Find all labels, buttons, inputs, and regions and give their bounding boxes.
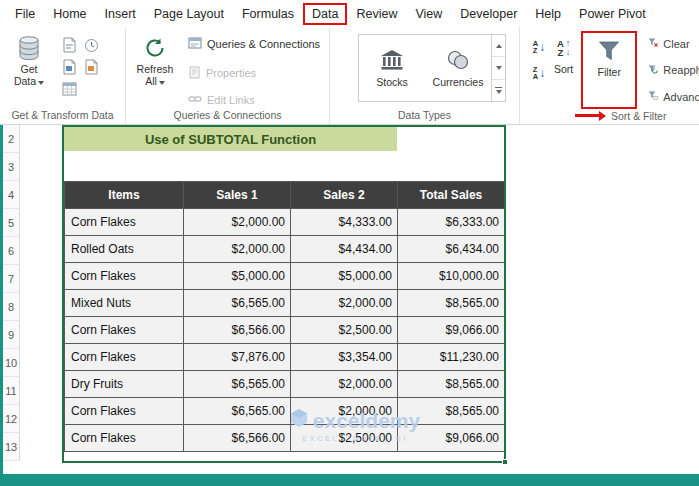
reapply-filter-button[interactable]: Reapply	[647, 64, 699, 77]
item-cell[interactable]: Dry Fruits	[65, 371, 184, 398]
value-cell[interactable]: $4,333.00	[291, 209, 398, 236]
dropdown-caret-icon	[159, 81, 165, 85]
row-header-2[interactable]: 2	[3, 125, 20, 153]
filter-button[interactable]: Filter	[584, 33, 634, 105]
column-header-sales-1[interactable]: Sales 1	[184, 182, 291, 209]
value-cell[interactable]: $5,000.00	[291, 263, 398, 290]
tab-home[interactable]: Home	[44, 3, 95, 25]
value-cell[interactable]: $3,354.00	[291, 344, 398, 371]
sort-button[interactable]: AZ ↑↓ Sort	[554, 30, 573, 104]
tab-file[interactable]: File	[6, 3, 44, 25]
gallery-more-button[interactable]	[492, 80, 505, 101]
sales-table-header-row: ItemsSales 1Sales 2Total Sales	[65, 182, 505, 209]
item-cell[interactable]: Mixed Nuts	[65, 290, 184, 317]
item-cell[interactable]: Corn Flakes	[65, 344, 184, 371]
group-label-get-transform: Get & Transform Data	[0, 106, 125, 124]
value-cell[interactable]: $5,000.00	[184, 263, 291, 290]
row-header-13[interactable]: 13	[3, 433, 20, 461]
value-cell[interactable]: $9,066.00	[398, 317, 505, 344]
stocks-label: Stocks	[376, 76, 408, 88]
gallery-scroll-down-button[interactable]	[492, 57, 505, 79]
dropdown-caret-icon	[38, 81, 44, 85]
from-web-icon[interactable]	[58, 56, 80, 78]
fill-handle[interactable]	[502, 459, 508, 465]
value-cell[interactable]: $6,434.00	[398, 236, 505, 263]
value-cell[interactable]: $9,066.00	[398, 425, 505, 452]
stocks-button[interactable]: Stocks	[359, 35, 425, 101]
row-header-4[interactable]: 4	[3, 181, 20, 209]
funnel-icon	[597, 36, 621, 66]
tab-data[interactable]: Data	[303, 3, 347, 25]
row-header-7[interactable]: 7	[3, 265, 20, 293]
column-header-sales-2[interactable]: Sales 2	[291, 182, 398, 209]
group-label-sort-filter: Sort & Filter	[520, 107, 699, 124]
value-cell[interactable]: $2,000.00	[291, 290, 398, 317]
from-table-range-icon[interactable]	[58, 78, 80, 100]
value-cell[interactable]: $6,565.00	[184, 398, 291, 425]
excel-window: FileHomeInsertPage LayoutFormulasDataRev…	[0, 0, 699, 486]
up-arrow-icon	[496, 44, 502, 48]
item-cell[interactable]: Corn Flakes	[65, 398, 184, 425]
value-cell[interactable]: $2,000.00	[184, 236, 291, 263]
tab-power-pivot[interactable]: Power Pivot	[570, 3, 655, 25]
item-cell[interactable]: Corn Flakes	[65, 425, 184, 452]
value-cell[interactable]: $2,500.00	[291, 425, 398, 452]
advanced-label: Advanced	[663, 91, 699, 103]
row-header-9[interactable]: 9	[3, 321, 20, 349]
recent-sources-icon[interactable]	[80, 34, 102, 56]
advanced-filter-button[interactable]: Advanced	[647, 90, 699, 103]
sales-table: ItemsSales 1Sales 2Total Sales Corn Flak…	[64, 181, 505, 452]
value-cell[interactable]: $8,565.00	[398, 290, 505, 317]
table-row: Mixed Nuts$6,565.00$2,000.00$8,565.00	[65, 290, 505, 317]
value-cell[interactable]: $11,230.00	[398, 344, 505, 371]
item-cell[interactable]: Corn Flakes	[65, 263, 184, 290]
from-file-icon[interactable]	[80, 56, 102, 78]
row-header-6[interactable]: 6	[3, 237, 20, 265]
value-cell[interactable]: $6,565.00	[184, 371, 291, 398]
tab-help[interactable]: Help	[526, 3, 570, 25]
value-cell[interactable]: $4,434.00	[291, 236, 398, 263]
value-cell[interactable]: $6,566.00	[184, 425, 291, 452]
tab-view[interactable]: View	[406, 3, 451, 25]
tab-formulas[interactable]: Formulas	[233, 3, 303, 25]
value-cell[interactable]: $6,566.00	[184, 317, 291, 344]
item-cell[interactable]: Corn Flakes	[65, 317, 184, 344]
value-cell[interactable]: $2,000.00	[291, 398, 398, 425]
from-text-csv-icon[interactable]	[58, 34, 80, 56]
refresh-all-button[interactable]: Refresh All	[130, 30, 180, 104]
tab-review[interactable]: Review	[347, 3, 406, 25]
get-data-button[interactable]: Get Data	[4, 30, 54, 104]
table-row: Dry Fruits$6,565.00$2,000.00$8,565.00	[65, 371, 505, 398]
currencies-button[interactable]: Currencies	[425, 35, 491, 101]
value-cell[interactable]: $8,565.00	[398, 398, 505, 425]
queries-connections-button[interactable]: Queries & Connections	[188, 36, 320, 52]
gallery-scroll-up-button[interactable]	[492, 35, 505, 57]
value-cell[interactable]: $7,876.00	[184, 344, 291, 371]
sort-az-button[interactable]: AZ ↓	[526, 36, 552, 57]
clear-filter-button[interactable]: Clear	[647, 37, 699, 50]
group-sort-filter: AZ ↓ ZA ↓ AZ ↑↓ Sort	[520, 27, 699, 124]
tab-page-layout[interactable]: Page Layout	[145, 3, 233, 25]
tab-insert[interactable]: Insert	[96, 3, 145, 25]
value-cell[interactable]: $10,000.00	[398, 263, 505, 290]
value-cell[interactable]: $2,000.00	[291, 371, 398, 398]
row-header-8[interactable]: 8	[3, 293, 20, 321]
column-header-items[interactable]: Items	[65, 182, 184, 209]
row-header-3[interactable]: 3	[3, 153, 20, 181]
title-banner-cell[interactable]: Use of SUBTOTAL Function	[64, 127, 397, 151]
menu-tabs: FileHomeInsertPage LayoutFormulasDataRev…	[6, 3, 655, 25]
sort-za-button[interactable]: ZA ↓	[526, 62, 552, 83]
item-cell[interactable]: Rolled Oats	[65, 236, 184, 263]
item-cell[interactable]: Corn Flakes	[65, 209, 184, 236]
value-cell[interactable]: $6,565.00	[184, 290, 291, 317]
value-cell[interactable]: $2,000.00	[184, 209, 291, 236]
value-cell[interactable]: $6,333.00	[398, 209, 505, 236]
value-cell[interactable]: $2,500.00	[291, 317, 398, 344]
tab-developer[interactable]: Developer	[451, 3, 526, 25]
row-header-10[interactable]: 10	[3, 349, 20, 377]
row-header-5[interactable]: 5	[3, 209, 20, 237]
value-cell[interactable]: $8,565.00	[398, 371, 505, 398]
column-header-total-sales[interactable]: Total Sales	[398, 182, 505, 209]
row-header-11[interactable]: 11	[3, 377, 20, 405]
row-header-12[interactable]: 12	[3, 405, 20, 433]
